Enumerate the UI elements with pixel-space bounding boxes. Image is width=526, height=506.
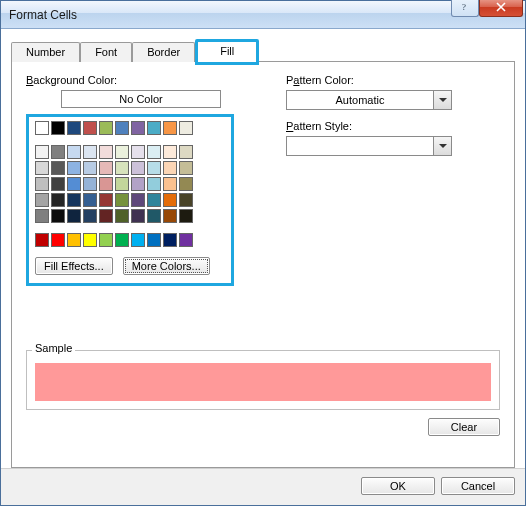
color-swatch[interactable] [179,177,193,191]
color-swatch[interactable] [163,193,177,207]
color-swatch[interactable] [131,193,145,207]
color-swatch[interactable] [67,145,81,159]
background-color-label: Background Color: [26,74,256,86]
fill-effects-button[interactable]: Fill Effects... [35,257,113,275]
color-swatch[interactable] [179,145,193,159]
no-color-button[interactable]: No Color [61,90,221,108]
format-cells-dialog: Format Cells ? Number Font Border Fill B… [0,0,526,506]
color-swatch[interactable] [163,177,177,191]
tab-fill-highlight: Fill [195,39,259,65]
fill-panel: Background Color: No Color Fill Effects.… [11,61,515,468]
color-swatch[interactable] [35,121,49,135]
cancel-button[interactable]: Cancel [441,477,515,495]
color-swatch[interactable] [163,121,177,135]
color-swatch[interactable] [131,177,145,191]
window-title: Format Cells [9,8,451,22]
chevron-down-icon [433,91,451,109]
color-swatch[interactable] [83,233,97,247]
color-swatch[interactable] [67,193,81,207]
color-swatch[interactable] [147,145,161,159]
color-swatch[interactable] [83,177,97,191]
sample-fill [35,363,491,401]
color-swatch[interactable] [51,233,65,247]
color-swatch[interactable] [179,121,193,135]
color-swatch[interactable] [35,233,49,247]
color-swatch[interactable] [99,177,113,191]
color-swatch[interactable] [99,209,113,223]
color-swatch[interactable] [147,161,161,175]
color-swatch[interactable] [67,209,81,223]
color-swatch[interactable] [83,145,97,159]
color-swatch[interactable] [67,161,81,175]
more-colors-button[interactable]: More Colors... [123,257,210,275]
color-swatch[interactable] [115,121,129,135]
color-swatch[interactable] [35,193,49,207]
color-swatch[interactable] [131,121,145,135]
color-swatch[interactable] [115,233,129,247]
color-swatch[interactable] [115,209,129,223]
titlebar: Format Cells ? [1,1,525,29]
color-swatch[interactable] [115,193,129,207]
color-swatch[interactable] [131,209,145,223]
sample-box [26,350,500,410]
close-button[interactable] [479,0,523,17]
color-swatch[interactable] [99,161,113,175]
color-swatch[interactable] [67,121,81,135]
color-swatch[interactable] [147,121,161,135]
clear-button[interactable]: Clear [428,418,500,436]
color-swatch[interactable] [163,233,177,247]
tab-fill[interactable]: Fill [198,42,256,62]
pattern-style-combo[interactable] [286,136,452,156]
color-swatch[interactable] [51,161,65,175]
color-swatch[interactable] [35,177,49,191]
color-swatch[interactable] [163,145,177,159]
pattern-color-combo[interactable]: Automatic [286,90,452,110]
help-button[interactable]: ? [451,0,479,17]
color-swatch[interactable] [99,233,113,247]
color-swatch[interactable] [35,145,49,159]
color-swatch[interactable] [83,121,97,135]
color-swatch[interactable] [51,177,65,191]
ok-button[interactable]: OK [361,477,435,495]
color-swatch[interactable] [131,233,145,247]
color-swatch[interactable] [67,177,81,191]
color-swatch[interactable] [99,193,113,207]
color-swatch[interactable] [51,145,65,159]
color-swatch[interactable] [147,177,161,191]
color-swatch[interactable] [131,145,145,159]
tabs: Number Font Border Fill [11,39,515,62]
color-swatch[interactable] [179,209,193,223]
color-swatch[interactable] [147,209,161,223]
color-swatch[interactable] [83,161,97,175]
color-swatch[interactable] [163,209,177,223]
color-swatch[interactable] [99,145,113,159]
color-swatch[interactable] [179,161,193,175]
pattern-color-label: Pattern Color: [286,74,500,86]
sample-label: Sample [32,342,75,354]
color-palette-highlight: Fill Effects... More Colors... [26,114,234,286]
color-swatch[interactable] [67,233,81,247]
svg-text:?: ? [462,2,466,12]
color-swatch[interactable] [115,161,129,175]
color-swatch[interactable] [99,121,113,135]
color-swatch[interactable] [131,161,145,175]
pattern-style-value [287,137,433,155]
color-swatch[interactable] [51,121,65,135]
color-swatch[interactable] [51,209,65,223]
color-swatch[interactable] [115,177,129,191]
color-swatch[interactable] [179,233,193,247]
color-swatch[interactable] [35,161,49,175]
color-swatch[interactable] [163,161,177,175]
color-swatch[interactable] [51,193,65,207]
color-swatch[interactable] [147,233,161,247]
tab-font[interactable]: Font [80,42,132,62]
color-swatch[interactable] [83,209,97,223]
color-swatch[interactable] [147,193,161,207]
pattern-color-value: Automatic [287,91,433,109]
color-swatch[interactable] [115,145,129,159]
color-swatch[interactable] [35,209,49,223]
tab-number[interactable]: Number [11,42,80,62]
color-swatch[interactable] [83,193,97,207]
color-swatch[interactable] [179,193,193,207]
tab-border[interactable]: Border [132,42,195,62]
